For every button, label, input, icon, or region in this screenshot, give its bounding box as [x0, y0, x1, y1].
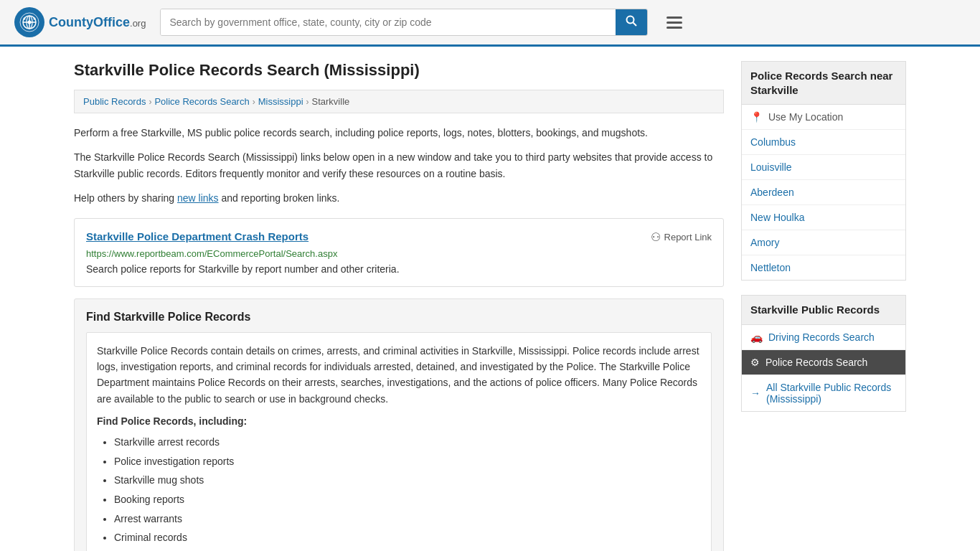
sidebar-item-city[interactable]: Louisville: [742, 155, 905, 180]
sidebar-city-link[interactable]: Louisville: [750, 161, 792, 173]
logo-area[interactable]: CountyOffice.org: [14, 7, 146, 37]
breadcrumb-sep: ›: [306, 97, 309, 107]
menu-icon: [666, 22, 682, 24]
report-link-button[interactable]: ⚇ Report Link: [651, 230, 712, 244]
breadcrumb-sep: ›: [149, 97, 151, 107]
report-icon: ⚇: [651, 230, 661, 244]
find-list-title: Find Police Records, including:: [97, 415, 701, 427]
list-item: Booking reports: [114, 490, 701, 509]
search-input[interactable]: [161, 9, 616, 35]
sidebar-public-records-body: 🚗Driving Records Search⚙Police Records S…: [741, 324, 906, 412]
header: CountyOffice.org: [0, 0, 980, 47]
sidebar-item-link[interactable]: Driving Records Search: [768, 331, 875, 343]
find-list: Starkville arrest recordsPolice investig…: [97, 433, 701, 547]
list-item: Arrest warrants: [114, 509, 701, 529]
breadcrumb: Public Records › Police Records Search ›…: [74, 90, 724, 113]
description-3: Help others by sharing new links and rep…: [74, 190, 724, 206]
sidebar-item-city[interactable]: New Houlka: [742, 205, 905, 230]
sidebar-nearby-body: 📍 Use My Location ColumbusLouisvilleAber…: [741, 104, 906, 281]
description-2: The Starkville Police Records Search (Mi…: [74, 149, 724, 182]
sidebar-city-link[interactable]: New Houlka: [750, 212, 804, 223]
sidebar-item-icon: →: [750, 387, 760, 399]
breadcrumb-mississippi[interactable]: Mississippi: [258, 96, 303, 107]
sidebar-use-location[interactable]: 📍 Use My Location: [742, 105, 905, 130]
breadcrumb-current: Starkville: [312, 96, 350, 107]
sidebar-item-link[interactable]: Police Records Search: [765, 357, 867, 368]
sidebar-public-records-section: Starkville Public Records 🚗Driving Recor…: [741, 295, 906, 412]
find-section-description: Starkville Police Records contain detail…: [97, 343, 701, 408]
sidebar-city-link[interactable]: Aberdeen: [750, 187, 794, 198]
description-3-pre: Help others by sharing: [74, 192, 177, 204]
sidebar-public-records-heading: Starkville Public Records: [741, 295, 906, 324]
search-icon: [626, 15, 637, 27]
sidebar-item-icon: 🚗: [750, 331, 763, 343]
list-item: Starkville mug shots: [114, 471, 701, 490]
sidebar-city-link[interactable]: Amory: [750, 237, 779, 248]
sidebar-item-city[interactable]: Aberdeen: [742, 180, 905, 205]
search-button[interactable]: [616, 9, 647, 35]
svg-line-9: [633, 23, 637, 27]
sidebar-public-records-item[interactable]: →All Starkville Public Records (Mississi…: [742, 375, 905, 411]
sidebar-item-icon: ⚙: [750, 357, 760, 368]
new-links-link[interactable]: new links: [177, 192, 219, 204]
sidebar-item-city[interactable]: Columbus: [742, 130, 905, 155]
svg-point-6: [24, 18, 26, 20]
breadcrumb-sep: ›: [253, 97, 255, 107]
find-section: Find Starkville Police Records Starkvill…: [74, 298, 724, 551]
location-pin-icon: 📍: [750, 111, 763, 123]
sidebar-cities: ColumbusLouisvilleAberdeenNew HoulkaAmor…: [742, 130, 905, 280]
page-title: Starkville Police Records Search (Missis…: [74, 61, 724, 80]
link-card-url[interactable]: https://www.reportbeam.com/ECommercePort…: [86, 248, 712, 259]
svg-point-7: [34, 18, 36, 20]
menu-icon: [666, 27, 682, 29]
description-1: Perform a free Starkville, MS public pol…: [74, 125, 724, 141]
sidebar-public-records-items: 🚗Driving Records Search⚙Police Records S…: [742, 325, 905, 411]
logo-icon: [14, 7, 44, 37]
main-content: Starkville Police Records Search (Missis…: [74, 61, 724, 551]
find-section-body: Starkville Police Records contain detail…: [86, 332, 712, 551]
menu-icon: [666, 17, 682, 19]
link-card-header: Starkville Police Department Crash Repor…: [86, 230, 712, 244]
link-card-desc: Search police reports for Starkville by …: [86, 263, 712, 275]
sidebar-item-link[interactable]: All Starkville Public Records (Mississip…: [766, 382, 897, 405]
main-layout: Starkville Police Records Search (Missis…: [60, 47, 920, 551]
link-card: Starkville Police Department Crash Repor…: [74, 218, 724, 287]
sidebar-city-link[interactable]: Nettleton: [750, 262, 791, 273]
list-item: Police investigation reports: [114, 452, 701, 471]
sidebar-nearby-heading: Police Records Search near Starkville: [741, 61, 906, 104]
sidebar-item-city[interactable]: Nettleton: [742, 255, 905, 280]
list-item: Starkville arrest records: [114, 433, 701, 452]
breadcrumb-police-records-search[interactable]: Police Records Search: [154, 96, 249, 107]
sidebar-public-records-item[interactable]: 🚗Driving Records Search: [742, 325, 905, 350]
logo-text: CountyOffice.org: [49, 15, 146, 30]
sidebar-item-city[interactable]: Amory: [742, 230, 905, 255]
search-bar: [160, 9, 648, 36]
sidebar: Police Records Search near Starkville 📍 …: [741, 61, 906, 551]
find-section-title: Find Starkville Police Records: [86, 311, 712, 324]
link-card-title[interactable]: Starkville Police Department Crash Repor…: [86, 230, 308, 242]
svg-point-8: [627, 17, 634, 24]
description-3-post: and reporting broken links.: [219, 192, 340, 204]
sidebar-nearby-section: Police Records Search near Starkville 📍 …: [741, 61, 906, 281]
breadcrumb-public-records[interactable]: Public Records: [83, 96, 146, 107]
menu-button[interactable]: [662, 14, 687, 32]
sidebar-city-link[interactable]: Columbus: [750, 136, 796, 148]
sidebar-public-records-item[interactable]: ⚙Police Records Search: [742, 350, 905, 375]
svg-point-5: [28, 21, 32, 24]
use-location-label: Use My Location: [768, 111, 843, 123]
report-link-label: Report Link: [664, 232, 712, 242]
list-item: Criminal records: [114, 528, 701, 547]
